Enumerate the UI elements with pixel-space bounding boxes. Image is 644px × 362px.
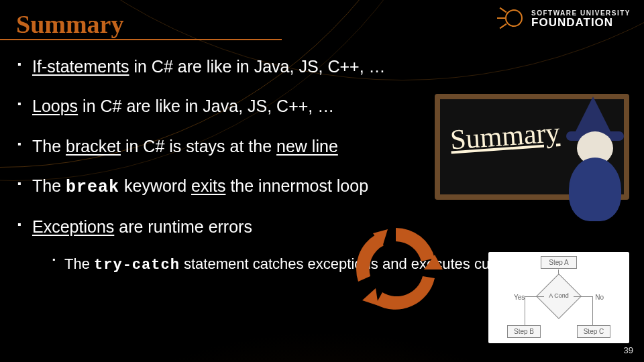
flowchart-no-label: No — [595, 294, 604, 301]
logo-line2: FOUNDATION — [531, 17, 631, 28]
list-item: If-statements in C# are like in Java, JS… — [17, 56, 644, 77]
page-number: 39 — [624, 345, 633, 355]
flowchart-step-a: Step A — [541, 256, 577, 269]
flowchart-yes-label: Yes — [514, 294, 525, 301]
flowchart-image: Step A A Cond Yes No Step B Step C — [488, 252, 629, 343]
flowchart-step-c: Step C — [577, 325, 610, 338]
logo-line1: SOFTWARE UNIVERSITY — [531, 10, 631, 17]
flowchart-condition: A Cond — [549, 292, 569, 299]
wizard-mascot-image — [551, 101, 639, 221]
brand-logo: SOFTWARE UNIVERSITY FOUNDATION — [500, 5, 631, 32]
lightbulb-icon — [500, 5, 527, 32]
svg-marker-1 — [362, 288, 378, 306]
flowchart-step-b: Step B — [507, 325, 541, 338]
recycle-arrows-icon — [349, 221, 443, 315]
